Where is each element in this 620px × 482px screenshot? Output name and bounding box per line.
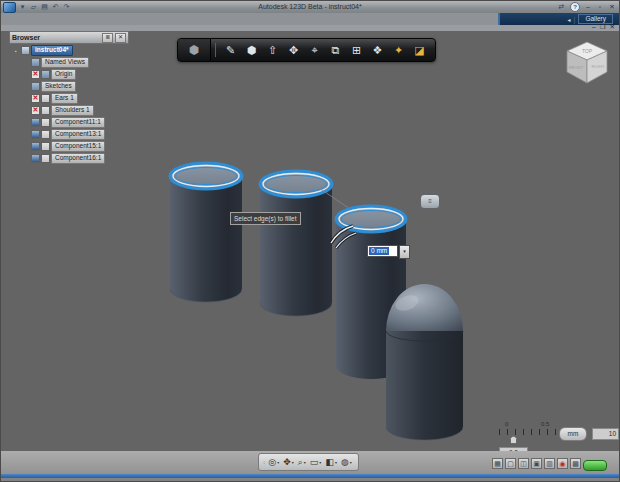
press-pull-tool-icon[interactable]: ⇧ [262, 39, 283, 61]
maximize-button[interactable]: ▫ [596, 2, 604, 12]
toolbar-separator [215, 43, 216, 57]
lock-toggle[interactable]: ◫ [518, 458, 529, 469]
primitives-tool-icon[interactable]: ⬢ [241, 39, 262, 61]
folder-icon [31, 82, 40, 91]
browser-list-icon[interactable]: ≣ [102, 33, 113, 43]
view-cube[interactable]: TOP FRONT RIGHT [561, 39, 613, 91]
tree-item-shoulders-1[interactable]: ✕Shoulders 1 [31, 105, 129, 116]
hidden-icon[interactable]: ✕ [31, 70, 40, 79]
snap-tool-icon[interactable]: ⌖ [304, 39, 325, 61]
look-at-tool[interactable]: ▭▾ [310, 455, 322, 469]
selected-edge-rim-2[interactable] [260, 171, 332, 197]
pan-tool[interactable]: ✥▾ [283, 455, 294, 469]
viewcube-top-label[interactable]: TOP [582, 48, 593, 54]
tree-item-ears-1[interactable]: ✕Ears 1 [31, 93, 129, 104]
navbar-grip[interactable]: :: [263, 459, 264, 465]
browser-panel: Browser ≣ ✕ ▪instruct04*Named Views✕Orig… [9, 31, 129, 164]
box-icon [41, 154, 50, 163]
save-icon[interactable]: ▤ [40, 2, 49, 12]
open-icon[interactable]: ▱ [29, 2, 38, 12]
tree-item-label: Ears 1 [51, 93, 78, 104]
status-led-green [583, 460, 607, 471]
fillet-callout-button[interactable]: ≡ [420, 194, 440, 209]
zoom-tool[interactable]: ⌕▾ [298, 455, 306, 469]
doc-restore-button[interactable]: ❐ [600, 23, 606, 31]
tree-item-label: Origin [51, 69, 76, 80]
tree-item-label: Component15:1 [51, 141, 105, 152]
move-tool-icon[interactable]: ✥ [283, 39, 304, 61]
new-dropdown-icon[interactable]: ▾ [18, 2, 27, 12]
record-toggle[interactable]: ◉ [557, 458, 568, 469]
tree-item-named-views[interactable]: Named Views [31, 57, 129, 68]
component-icon [31, 130, 40, 139]
app-window: ▾▱▤↶↷ Autodesk 123D Beta - instruct04* ⇄… [0, 0, 620, 482]
cylinder-2[interactable] [260, 171, 332, 316]
tree-item-label: Component16:1 [51, 153, 105, 164]
help-icon[interactable]: ? [570, 2, 580, 12]
tree-item-sketches[interactable]: Sketches [31, 81, 129, 92]
redo-icon[interactable]: ↷ [62, 2, 71, 12]
minimize-button[interactable]: – [584, 2, 592, 12]
orbit-tool[interactable]: ◎▾ [268, 455, 279, 469]
tree-item-label: instruct04* [31, 45, 73, 56]
tree-item-component16-1[interactable]: Component16:1 [31, 153, 129, 164]
title-right-controls: ⇄ ? – ▫ ✕ [557, 1, 616, 13]
menu-cube-icon[interactable]: ⬢ [178, 39, 211, 61]
tree-item-label: Component11:1 [51, 117, 105, 128]
combine-tool-icon[interactable]: ⊞ [346, 39, 367, 61]
tree-item-instruct04-[interactable]: ▪instruct04* [15, 45, 129, 56]
tree-item-component11-1[interactable]: Component11:1 [31, 117, 129, 128]
hidden-icon[interactable]: ✕ [31, 94, 40, 103]
selected-edge-rim-1[interactable] [170, 163, 242, 189]
material-tool-icon[interactable]: ◪ [409, 39, 430, 61]
doc-close-button[interactable]: ✕ [610, 23, 615, 31]
folder-icon [41, 70, 50, 79]
fillet-value-selected-text: 0 mm [369, 247, 389, 255]
snap-slider-handle[interactable] [510, 436, 517, 444]
fillet-value-input[interactable]: 0 mm [367, 245, 398, 257]
browser-close-icon[interactable]: ✕ [115, 33, 126, 43]
dome-cylinder[interactable] [386, 284, 463, 440]
group-tool-icon[interactable]: ❖ [367, 39, 388, 61]
text-2d-tool-icon[interactable]: ✦ [388, 39, 409, 61]
fillet-input-spinner[interactable]: ▾ [399, 245, 410, 259]
ruler-tick [555, 429, 556, 435]
viewport[interactable]: Browser ≣ ✕ ▪instruct04*Named Views✕Orig… [1, 31, 620, 451]
selection-toggle[interactable]: ▦ [492, 458, 503, 469]
feedback-icon[interactable]: ⇄ [557, 2, 566, 12]
navigation-bar: :: ◎▾✥▾⌕▾▭▾◧▾◍▾ [258, 453, 359, 471]
display-style-tool[interactable]: ◧▾ [325, 455, 337, 469]
pattern-tool-icon[interactable]: ⧉ [325, 39, 346, 61]
snap-ruler[interactable] [497, 429, 557, 437]
gallery-collapse-icon[interactable]: ◂ [568, 16, 571, 23]
part-icon [21, 46, 30, 55]
fillet-input-group: 0 mm ▾ [367, 245, 410, 259]
dropdown-caret-icon: ▾ [277, 460, 279, 465]
viewcube-right-label[interactable]: RIGHT [591, 64, 604, 69]
viewcube-front-label[interactable]: FRONT [569, 65, 584, 70]
doc-minimize-button[interactable]: – [592, 23, 596, 31]
tree-item-component15-1[interactable]: Component15:1 [31, 141, 129, 152]
dropdown-caret-icon: ▾ [292, 460, 294, 465]
tree-item-component13-1[interactable]: Component13:1 [31, 129, 129, 140]
window-toggle[interactable]: ▢ [505, 458, 516, 469]
tree-item-label: Shoulders 1 [51, 105, 94, 116]
grid-size-field[interactable]: 10 [592, 428, 619, 440]
navbar-tools: ◎▾✥▾⌕▾▭▾◧▾◍▾ [266, 455, 353, 469]
display-toggle[interactable]: ▥ [544, 458, 555, 469]
quick-access-toolbar: ▾▱▤↶↷ [3, 1, 71, 13]
tree-item-origin[interactable]: ✕Origin [31, 69, 129, 80]
sketch-tool-icon[interactable]: ✎ [220, 39, 241, 61]
material-render-tool[interactable]: ◍▾ [341, 455, 352, 469]
display-style-icon: ◧ [325, 455, 334, 469]
hidden-icon[interactable]: ✕ [31, 106, 40, 115]
browser-header[interactable]: Browser ≣ ✕ [9, 31, 129, 44]
close-button[interactable]: ✕ [608, 2, 616, 12]
units-button[interactable]: mm [559, 427, 587, 441]
layout-toggle[interactable]: ▣ [531, 458, 542, 469]
undo-icon[interactable]: ↶ [51, 2, 60, 12]
app-logo-icon[interactable] [3, 2, 16, 13]
cylinder-1[interactable] [170, 163, 242, 302]
grid-toggle[interactable]: ▩ [570, 458, 581, 469]
toolbar-tools: ✎⬢⇧✥⌖⧉⊞❖✦◪ [220, 39, 430, 61]
